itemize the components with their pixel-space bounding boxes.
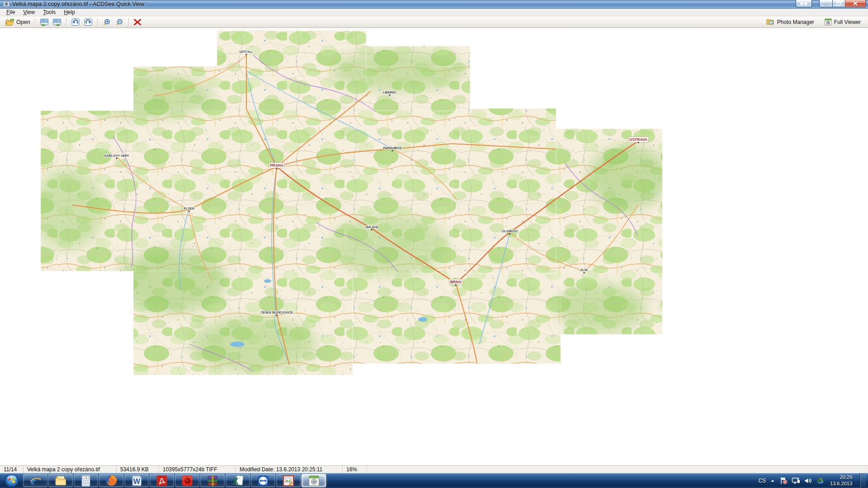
status-filename: Velká mapa 2 copy ořezáno.tif bbox=[24, 466, 117, 473]
acdsee-quick-view-icon bbox=[308, 475, 320, 487]
app-icon bbox=[3, 1, 9, 7]
zoom-in-button[interactable] bbox=[100, 17, 113, 27]
volume-icon[interactable] bbox=[804, 477, 812, 484]
taskbar-firefox[interactable] bbox=[99, 474, 123, 487]
svg-text:KARLOVY VARY: KARLOVY VARY bbox=[104, 154, 129, 157]
google-drive-icon[interactable] bbox=[816, 477, 824, 484]
next-image-button[interactable] bbox=[51, 17, 63, 27]
full-viewer-label: Full Viewer bbox=[834, 19, 861, 25]
toolbar-separator bbox=[97, 18, 98, 26]
rotate-left-icon bbox=[71, 18, 80, 26]
taskbar-acdsee-quick-view[interactable] bbox=[302, 474, 326, 487]
fullscreen-toggle-button[interactable] bbox=[796, 0, 812, 7]
restore-button[interactable] bbox=[833, 0, 845, 7]
svg-text:BRNO: BRNO bbox=[450, 280, 461, 284]
taskbar-clock[interactable]: 20:29 13.6.2013 bbox=[830, 474, 852, 487]
svg-text:LIBEREC: LIBEREC bbox=[383, 91, 397, 94]
open-button[interactable]: Open bbox=[4, 17, 32, 27]
action-center-flag-icon[interactable] bbox=[779, 477, 788, 484]
internet-explorer-icon: e bbox=[29, 475, 42, 487]
photo-manager-button[interactable]: Photo Manager bbox=[764, 17, 816, 27]
menu-tools[interactable]: Tools bbox=[39, 9, 60, 16]
taskbar-winrar[interactable] bbox=[200, 474, 225, 487]
svg-text:PARDUBICE: PARDUBICE bbox=[383, 146, 401, 150]
minimize-icon bbox=[824, 1, 828, 5]
clock-date: 13.6.2013 bbox=[830, 481, 852, 487]
network-icon[interactable] bbox=[792, 477, 800, 484]
calculator-icon: 0 bbox=[81, 475, 91, 487]
svg-text:OSTRAVA: OSTRAVA bbox=[629, 137, 647, 142]
status-dimensions: 10395x5777x24b TIFF bbox=[159, 466, 236, 473]
acdsee-icon bbox=[181, 475, 193, 487]
word-icon: W bbox=[131, 475, 142, 487]
zoom-in-icon bbox=[102, 18, 111, 26]
next-image-icon bbox=[52, 18, 61, 26]
zoom-out-icon bbox=[115, 18, 124, 26]
excel-icon: X bbox=[232, 475, 244, 487]
menu-bar: File View Tools Help bbox=[0, 9, 868, 16]
status-filesize: 53416.9 KB bbox=[117, 466, 159, 473]
language-indicator[interactable]: CS bbox=[758, 478, 766, 484]
system-tray: CS 20:29 13.6.2013 bbox=[758, 473, 868, 488]
taskbar-calculator[interactable]: 0 bbox=[74, 474, 98, 487]
firefox-icon bbox=[105, 474, 118, 487]
menu-file[interactable]: File bbox=[2, 9, 19, 16]
toolbar-separator bbox=[35, 18, 35, 26]
svg-text:0: 0 bbox=[85, 476, 87, 479]
svg-text:JIHLAVA: JIHLAVA bbox=[365, 225, 378, 229]
status-bar: 11/14 Velká mapa 2 copy ořezáno.tif 5341… bbox=[0, 465, 868, 473]
show-desktop-button[interactable] bbox=[860, 473, 866, 488]
toolbar-separator bbox=[128, 18, 129, 26]
svg-text:ČESKÉ BUDĚJOVICE: ČESKÉ BUDĚJOVICE bbox=[260, 310, 293, 314]
status-index: 11/14 bbox=[0, 466, 24, 473]
toolbar-separator bbox=[66, 18, 66, 26]
status-zoom-level: 16% bbox=[343, 466, 367, 473]
zoom-out-button[interactable] bbox=[113, 17, 126, 27]
taskbar-teamviewer[interactable] bbox=[251, 474, 275, 487]
open-folder-icon bbox=[5, 18, 14, 26]
taskbar-internet-explorer[interactable]: e bbox=[23, 474, 47, 487]
rotate-right-icon bbox=[84, 18, 93, 26]
photo-manager-label: Photo Manager bbox=[777, 19, 814, 25]
rotate-right-button[interactable] bbox=[82, 17, 94, 27]
toolbar: Open bbox=[0, 16, 868, 28]
rotate-left-button[interactable] bbox=[69, 17, 82, 27]
folder-icon bbox=[54, 475, 67, 486]
taskbar-windows-explorer[interactable] bbox=[48, 474, 73, 487]
title-bar: Velká mapa 2 copy ořezáno.tif - ACDSee Q… bbox=[0, 0, 868, 9]
svg-text:X: X bbox=[232, 476, 239, 486]
svg-text:PRAHA: PRAHA bbox=[270, 163, 283, 168]
previous-image-icon bbox=[40, 18, 49, 26]
svg-text:OLOMOUC: OLOMOUC bbox=[502, 230, 519, 233]
svg-text:W: W bbox=[133, 478, 141, 485]
minimize-button[interactable] bbox=[819, 0, 833, 7]
windows-start-icon bbox=[5, 474, 19, 488]
hidden-icons-chevron[interactable] bbox=[770, 479, 775, 483]
open-button-label: Open bbox=[16, 19, 30, 25]
previous-image-button[interactable] bbox=[38, 17, 51, 27]
menu-help[interactable]: Help bbox=[60, 9, 79, 16]
photo-manager-icon bbox=[766, 18, 775, 26]
svg-text:ÚSTÍ N.L.: ÚSTÍ N.L. bbox=[239, 50, 253, 53]
delete-button[interactable] bbox=[132, 18, 143, 27]
close-icon bbox=[853, 1, 858, 5]
status-modified-date: Modified Date: 13.6.2013 20:25:11 bbox=[236, 466, 343, 473]
close-button[interactable] bbox=[845, 0, 866, 7]
full-viewer-button[interactable]: Full Viewer bbox=[822, 17, 863, 27]
taskbar-excel[interactable]: X bbox=[226, 474, 250, 487]
taskbar-adobe-reader[interactable] bbox=[150, 474, 174, 487]
clock-time: 20:29 bbox=[830, 474, 852, 481]
taskbar-acdsee[interactable] bbox=[175, 474, 199, 487]
taskbar: e 0 W bbox=[0, 473, 868, 488]
picture-manager-icon bbox=[283, 475, 294, 487]
delete-icon bbox=[133, 19, 142, 26]
svg-text:PLZEŇ: PLZEŇ bbox=[184, 206, 194, 210]
svg-text:ZLÍN: ZLÍN bbox=[580, 268, 588, 272]
adobe-reader-icon bbox=[156, 475, 168, 487]
winrar-icon bbox=[207, 475, 219, 487]
start-button[interactable] bbox=[3, 474, 21, 488]
taskbar-word[interactable]: W bbox=[124, 474, 149, 487]
taskbar-picture-manager[interactable] bbox=[276, 474, 301, 487]
map-image: ÚSTÍ N.L.LIBERECKARLOVY VARYPRAHAPARDUBI… bbox=[0, 28, 868, 465]
menu-view[interactable]: View bbox=[19, 9, 39, 16]
